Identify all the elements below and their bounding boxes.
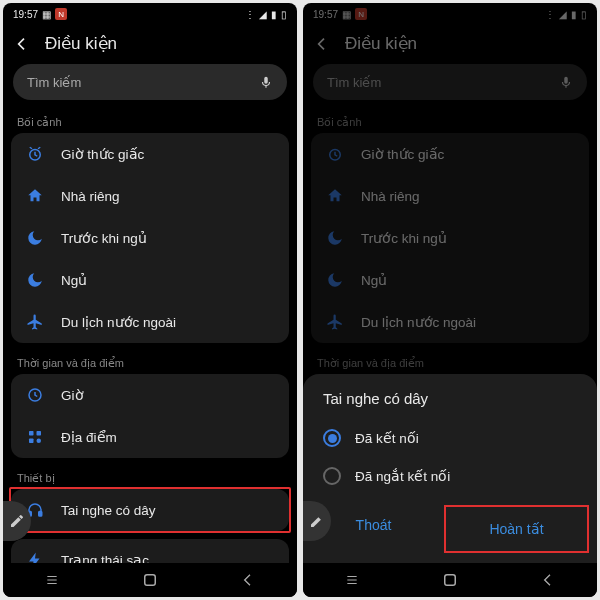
- group-time-place: Giờ Địa điểm: [11, 374, 289, 458]
- done-button[interactable]: Hoàn tất: [444, 505, 589, 553]
- svg-point-5: [37, 439, 42, 444]
- item-label: Giờ: [61, 387, 84, 403]
- svg-rect-4: [29, 439, 34, 444]
- item-before-sleep: Trước khi ngủ: [311, 217, 589, 259]
- item-wake-time: Giờ thức giấc: [311, 133, 589, 175]
- item-location[interactable]: Địa điểm: [11, 416, 289, 458]
- group-context: Giờ thức giấc Nhà riêng Trước khi ngủ Ng…: [11, 133, 289, 343]
- sheet-title: Tai nghe có dây: [303, 390, 597, 419]
- status-time: 19:57: [313, 9, 338, 20]
- status-bar: 19:57 ▦ N ⋮ ◢ ▮ ▯: [303, 3, 597, 25]
- gallery-icon: ▦: [342, 9, 351, 20]
- radio-icon: [323, 429, 341, 447]
- search-placeholder: Tìm kiếm: [27, 75, 81, 90]
- item-sleep: Ngủ: [311, 259, 589, 301]
- notification-badge: N: [55, 8, 67, 20]
- svg-rect-10: [145, 575, 156, 586]
- search-placeholder: Tìm kiếm: [327, 75, 381, 90]
- status-bar: 19:57 ▦ N ⋮ ◢ ▮ ▯: [3, 3, 297, 25]
- nav-back[interactable]: [236, 568, 260, 592]
- alarm-icon: [325, 144, 345, 164]
- moon-icon: [25, 228, 45, 248]
- radio-icon: [323, 467, 341, 485]
- item-label: Địa điểm: [61, 429, 117, 445]
- item-sleep[interactable]: Ngủ: [11, 259, 289, 301]
- svg-rect-2: [29, 431, 34, 436]
- item-label: Trước khi ngủ: [361, 230, 447, 246]
- home-icon: [25, 186, 45, 206]
- header: Điều kiện: [303, 25, 597, 64]
- radio-connected[interactable]: Đã kết nối: [303, 419, 597, 457]
- moon-icon: [25, 270, 45, 290]
- item-label: Ngủ: [61, 272, 87, 288]
- item-label: Giờ thức giấc: [61, 146, 144, 162]
- item-label: Trước khi ngủ: [61, 230, 147, 246]
- group-context: Giờ thức giấc Nhà riêng Trước khi ngủ Ng…: [311, 133, 589, 343]
- section-context-label: Bối cảnh: [303, 110, 597, 133]
- battery-icon: ▯: [281, 9, 287, 20]
- item-home[interactable]: Nhà riêng: [11, 175, 289, 217]
- battery-icon: ▯: [581, 9, 587, 20]
- nav-bar: [3, 563, 297, 597]
- item-before-sleep[interactable]: Trước khi ngủ: [11, 217, 289, 259]
- nav-back[interactable]: [536, 568, 560, 592]
- airplane-icon: [25, 312, 45, 332]
- vowifi-icon: ⋮: [245, 9, 255, 20]
- nav-recents[interactable]: [40, 568, 64, 592]
- section-device-label: Thiết bị: [3, 466, 297, 489]
- item-label: Du lịch nước ngoài: [61, 314, 176, 330]
- item-label: Ngủ: [361, 272, 387, 288]
- location-icon: [25, 427, 45, 447]
- mic-icon[interactable]: [559, 75, 573, 89]
- svg-rect-7: [39, 512, 42, 517]
- radio-label: Đã ngắt kết nối: [355, 468, 450, 484]
- item-travel-abroad[interactable]: Du lịch nước ngoài: [11, 301, 289, 343]
- wifi-icon: ◢: [259, 9, 267, 20]
- status-time: 19:57: [13, 9, 38, 20]
- moon-icon: [325, 228, 345, 248]
- vowifi-icon: ⋮: [545, 9, 555, 20]
- page-title: Điều kiện: [345, 33, 417, 54]
- group-device-1: Tai nghe có dây: [11, 489, 289, 531]
- radio-label: Đã kết nối: [355, 430, 419, 446]
- back-button[interactable]: [13, 35, 31, 53]
- search-input[interactable]: Tìm kiếm: [13, 64, 287, 100]
- item-wired-headphones[interactable]: Tai nghe có dây: [11, 489, 289, 531]
- notification-badge: N: [355, 8, 367, 20]
- screen-conditions: 19:57 ▦ N ⋮ ◢ ▮ ▯ Điều kiện Tìm kiếm Bối…: [3, 3, 297, 597]
- header: Điều kiện: [3, 25, 297, 64]
- item-label: Giờ thức giấc: [361, 146, 444, 162]
- airplane-icon: [325, 312, 345, 332]
- back-button[interactable]: [313, 35, 331, 53]
- signal-icon: ▮: [571, 9, 577, 20]
- signal-icon: ▮: [271, 9, 277, 20]
- nav-bar: [303, 563, 597, 597]
- clock-icon: [25, 385, 45, 405]
- item-travel-abroad: Du lịch nước ngoài: [311, 301, 589, 343]
- sheet-actions: Thoát Hoàn tất: [303, 503, 597, 555]
- svg-rect-15: [445, 575, 456, 586]
- bottom-sheet-headphones: Tai nghe có dây Đã kết nối Đã ngắt kết n…: [303, 374, 597, 563]
- item-home: Nhà riêng: [311, 175, 589, 217]
- highlight-wired-headphones: Tai nghe có dây: [9, 487, 291, 533]
- nav-home[interactable]: [138, 568, 162, 592]
- item-time[interactable]: Giờ: [11, 374, 289, 416]
- section-time-place-label: Thời gian và địa điểm: [3, 351, 297, 374]
- search-input[interactable]: Tìm kiếm: [313, 64, 587, 100]
- svg-point-11: [330, 150, 341, 161]
- screen-conditions-dialog: 19:57 ▦ N ⋮ ◢ ▮ ▯ Điều kiện Tìm kiếm Bối…: [303, 3, 597, 597]
- gallery-icon: ▦: [42, 9, 51, 20]
- nav-recents[interactable]: [340, 568, 364, 592]
- nav-home[interactable]: [438, 568, 462, 592]
- wifi-icon: ◢: [559, 9, 567, 20]
- moon-icon: [325, 270, 345, 290]
- item-label: Tai nghe có dây: [61, 503, 156, 518]
- radio-disconnected[interactable]: Đã ngắt kết nối: [303, 457, 597, 495]
- svg-rect-3: [37, 431, 42, 436]
- mic-icon[interactable]: [259, 75, 273, 89]
- item-wake-time[interactable]: Giờ thức giấc: [11, 133, 289, 175]
- page-title: Điều kiện: [45, 33, 117, 54]
- home-icon: [325, 186, 345, 206]
- item-label: Du lịch nước ngoài: [361, 314, 476, 330]
- alarm-icon: [25, 144, 45, 164]
